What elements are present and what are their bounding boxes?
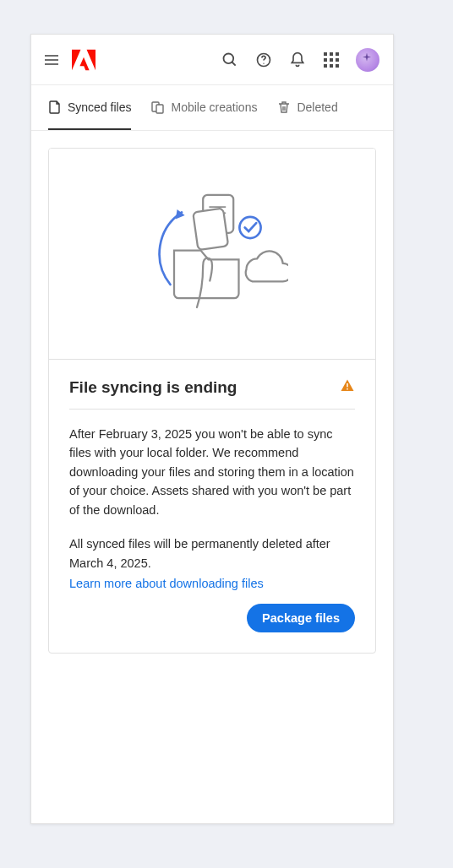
search-icon[interactable] (221, 51, 239, 69)
tabs: Synced files Mobile creations Deleted (31, 85, 393, 131)
tab-label: Deleted (297, 100, 337, 114)
tab-mobile-creations[interactable]: Mobile creations (151, 85, 257, 130)
notifications-icon[interactable] (288, 51, 307, 69)
svg-point-10 (239, 216, 260, 237)
info-card: File syncing is ending After February 3,… (48, 148, 376, 654)
svg-rect-5 (156, 105, 163, 113)
adobe-logo[interactable] (72, 49, 96, 71)
sync-illustration (49, 149, 375, 360)
svg-point-3 (263, 62, 264, 63)
topbar-actions (221, 48, 379, 72)
svg-rect-12 (347, 388, 348, 390)
menu-icon[interactable] (45, 52, 62, 68)
app-panel: Synced files Mobile creations Deleted (30, 34, 394, 824)
svg-point-0 (224, 53, 234, 63)
card-title: File syncing is ending (69, 378, 237, 397)
tab-deleted[interactable]: Deleted (277, 85, 337, 130)
trash-icon (277, 100, 291, 114)
mobile-creations-icon (151, 100, 165, 114)
svg-rect-9 (193, 208, 228, 250)
learn-more-link[interactable]: Learn more about downloading files (69, 577, 264, 590)
apps-icon[interactable] (322, 51, 341, 69)
tab-synced-files[interactable]: Synced files (48, 85, 131, 130)
card-actions: Package files (69, 604, 355, 632)
file-icon (48, 100, 62, 114)
warning-icon (340, 378, 355, 397)
help-icon[interactable] (254, 51, 273, 69)
avatar[interactable] (356, 48, 379, 72)
card-paragraph-2: All synced files will be permanently del… (69, 534, 355, 572)
package-files-button[interactable]: Package files (247, 604, 355, 632)
tab-label: Synced files (68, 100, 131, 114)
card-body: File syncing is ending After February 3,… (49, 360, 375, 653)
card-paragraph-1: After February 3, 2025 you won't be able… (69, 425, 355, 519)
svg-line-1 (232, 62, 236, 65)
content-area: File syncing is ending After February 3,… (31, 131, 393, 823)
tab-label: Mobile creations (171, 100, 257, 114)
card-header: File syncing is ending (69, 378, 355, 410)
topbar (31, 35, 393, 85)
svg-rect-11 (347, 383, 348, 388)
